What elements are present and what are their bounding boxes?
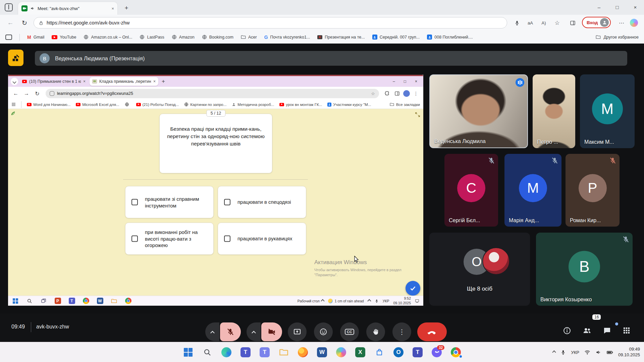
tab-search-icon[interactable] — [11, 78, 18, 85]
raise-hand-button[interactable] — [366, 322, 385, 341]
read-aloud-icon[interactable]: A) — [538, 17, 549, 28]
bookmark-youtube[interactable]: YouTube — [52, 35, 76, 40]
url-text[interactable]: https://meet.google.com/avk-buvx-zhw — [47, 20, 129, 25]
camera-options-chevron[interactable] — [247, 322, 261, 341]
chrome-icon[interactable] — [83, 298, 89, 304]
new-tab-button[interactable]: + — [162, 78, 165, 85]
excel-icon[interactable]: X — [354, 346, 366, 358]
explorer-icon[interactable] — [278, 346, 290, 358]
back-button[interactable]: ← — [5, 17, 16, 28]
shared-address-bar[interactable]: learningapps.org/watch?v=pg8cxwuna25 ☆ — [46, 89, 379, 98]
tab-close-icon[interactable]: × — [83, 79, 86, 84]
checkbox[interactable] — [131, 199, 138, 205]
start-button[interactable] — [12, 298, 19, 304]
apps-grid-icon[interactable] — [11, 102, 16, 107]
teams-classic-icon[interactable]: T — [412, 346, 424, 358]
shared-url-text[interactable]: learningapps.org/watch?v=pg8cxwuna25 — [57, 91, 133, 96]
mic-tray-icon[interactable] — [375, 299, 379, 303]
bookmark-presentation[interactable]: Презентация на те... — [317, 35, 365, 40]
word-icon[interactable]: W — [316, 346, 328, 358]
side-panel-icon[interactable] — [393, 89, 401, 98]
language-indicator[interactable]: УКР — [571, 350, 579, 355]
shared-window-minimize[interactable]: – — [393, 79, 395, 84]
battery-icon[interactable] — [606, 349, 613, 356]
profile-login-button[interactable]: Вход — [582, 17, 611, 28]
store-icon[interactable] — [373, 346, 385, 358]
tab-close-icon[interactable]: × — [111, 6, 114, 11]
present-button[interactable] — [288, 322, 307, 341]
answer-option-3[interactable]: при виконанні робіт на висоті працю-вати… — [125, 223, 214, 255]
leave-call-button[interactable] — [417, 322, 447, 341]
translate-icon[interactable]: аА — [525, 17, 536, 28]
address-bar[interactable]: https://meet.google.com/avk-buvx-zhw — [34, 17, 507, 28]
shared-tab-youtube[interactable]: (10) Примыкание стен в 1 кир × — [19, 77, 88, 86]
browser-tab[interactable]: Meet: "avk-buvx-zhw" × — [18, 2, 117, 15]
bookmark-booking[interactable]: Booking.com — [202, 35, 233, 40]
tab-actions-icon[interactable] — [5, 3, 13, 11]
bookmark-star-icon[interactable]: ☆ — [371, 91, 375, 96]
firefox-icon[interactable] — [297, 346, 309, 358]
extensions-icon[interactable] — [383, 89, 391, 98]
mic-options-chevron[interactable] — [205, 322, 219, 341]
site-info-icon[interactable] — [50, 91, 54, 96]
answer-option-4[interactable]: працювати в рукавицях — [218, 223, 306, 255]
check-answer-button[interactable] — [406, 281, 420, 296]
tab-close-icon[interactable]: × — [153, 79, 156, 84]
checkbox[interactable] — [131, 236, 138, 242]
powerpoint-icon[interactable]: P — [54, 298, 61, 304]
window-minimize[interactable]: – — [591, 0, 607, 14]
shared-bookmark[interactable]: (21) Роботы Поезд... — [136, 103, 179, 107]
presentation-header[interactable]: B Веденська Людмила (Презентація) — [35, 51, 627, 66]
clock[interactable]: 9:5209.10.2025 — [393, 296, 411, 305]
desktop-peek[interactable]: Рабочий стол — [298, 299, 324, 303]
teams-icon[interactable]: T — [68, 298, 75, 304]
window-close[interactable]: × — [627, 0, 643, 14]
bookmark-amazon-uk[interactable]: Amazon.co.uk – Onl... — [84, 35, 132, 40]
tray-chevron-up-icon[interactable] — [552, 350, 556, 354]
shared-bookmark[interactable]: Word для Начинаю... — [27, 103, 70, 107]
mic-tray-icon[interactable] — [560, 350, 566, 355]
weather-widget[interactable]: 1 cm of rain ahead — [328, 299, 364, 303]
shared-bookmark[interactable]: Методична розроб... — [232, 103, 274, 107]
start-button[interactable] — [182, 346, 194, 358]
viber-icon[interactable]: 32 — [431, 346, 443, 358]
browser-menu-icon[interactable]: ⋯ — [616, 17, 627, 28]
bookmark-lastpass[interactable]: LastPass — [140, 35, 164, 40]
reactions-button[interactable] — [314, 322, 333, 341]
checkbox[interactable] — [224, 236, 230, 242]
copilot-icon[interactable] — [630, 19, 638, 27]
answer-option-2[interactable]: працювати в спецодязі — [218, 186, 306, 218]
teams-icon[interactable]: T — [239, 346, 252, 358]
search-icon[interactable] — [26, 298, 33, 304]
edge-icon[interactable] — [220, 346, 232, 358]
favorites-panel-icon[interactable] — [5, 35, 12, 40]
word-icon[interactable]: W — [97, 298, 103, 304]
shared-bookmark[interactable]: урок вн монтаж ГК... — [279, 103, 322, 107]
bookmark-group-008[interactable]: 008 Поглиблений.... — [427, 35, 473, 40]
favorite-star-icon[interactable]: ☆ — [551, 17, 563, 28]
tab-audio-icon[interactable] — [30, 6, 35, 11]
forward-button[interactable]: → — [22, 90, 31, 97]
answer-option-1[interactable]: працювати зі справним інструментом — [125, 186, 214, 218]
shared-tab-active[interactable]: Кладка примикань ,перетину с × — [90, 77, 158, 86]
participant-tile-petro[interactable]: Петро ... — [533, 74, 575, 148]
shared-window-close[interactable]: × — [415, 79, 417, 84]
participant-tile-viktoriia[interactable]: В Виктория Козыренко — [536, 233, 633, 306]
chat-icon[interactable] — [599, 322, 615, 339]
task-view-icon[interactable] — [40, 298, 47, 304]
participants-icon[interactable] — [579, 322, 595, 339]
participant-tile-maksym[interactable]: М Максим М... — [580, 74, 635, 148]
wifi-icon[interactable] — [584, 349, 590, 355]
participant-tile-overflow[interactable]: О Ще 8 осіб — [429, 233, 530, 306]
bookmark-group-007[interactable]: Середній. 007 груп... — [372, 35, 420, 40]
shared-bookmark[interactable] — [125, 102, 131, 107]
teams-work-icon[interactable]: T — [259, 346, 271, 358]
new-tab-button[interactable]: + — [121, 3, 131, 13]
shared-bookmark[interactable]: Участники курсу "М... — [327, 103, 371, 107]
search-icon[interactable] — [201, 346, 213, 358]
explorer-icon[interactable] — [111, 298, 117, 304]
bookmark-mail[interactable]: GПочта vkozyrenko1... — [264, 35, 310, 40]
camera-off-button[interactable] — [261, 322, 282, 341]
participant-tile-serhii[interactable]: С Сергій Бєл... — [444, 154, 498, 227]
reload-button[interactable]: ↻ — [19, 17, 30, 28]
